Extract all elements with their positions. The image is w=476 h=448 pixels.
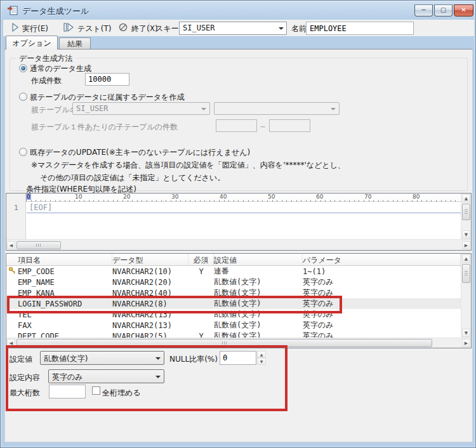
range-separator: ～ <box>259 121 267 132</box>
cell-item-name: DEPT_CODE <box>18 332 112 338</box>
cell-setting: 乱数値(文字) <box>214 331 303 338</box>
ruler-mark: 40 <box>219 194 267 202</box>
setting-value-selected: 乱数値(文字) <box>44 354 88 363</box>
pad-all-digits-checkbox[interactable] <box>92 386 100 395</box>
cell-item-name: LOGIN_PASSWORD <box>18 300 112 308</box>
chevron-down-icon <box>201 108 206 113</box>
cell-setting: 乱数値(文字) <box>214 320 303 331</box>
range-max-input <box>269 119 310 132</box>
record-count-input[interactable] <box>85 73 129 86</box>
null-ratio-input[interactable] <box>220 351 256 365</box>
cell-parameter: 英字のみ <box>303 320 461 331</box>
scroll-left-icon[interactable]: ◀ <box>7 339 15 347</box>
cell-item-name: TEL <box>18 310 112 319</box>
cell-item-name: EMP_KANA <box>18 289 112 298</box>
max-digits-input[interactable] <box>49 385 86 399</box>
table-row[interactable]: EMP_KANANVARCHAR2(40)乱数値(文字)英字のみ <box>6 287 461 298</box>
editor-vscrollbar[interactable]: ▲ ▼ <box>461 194 471 239</box>
children-per-parent-label: 親テーブル１件あたりの子テーブルの件数 <box>31 122 178 133</box>
key-icon-cell <box>6 267 18 276</box>
app-icon <box>8 5 18 16</box>
name-input[interactable] <box>306 22 414 35</box>
minimize-icon: ─ <box>421 7 425 13</box>
close-icon: ✕ <box>461 7 466 13</box>
editor-line-1[interactable]: [EOF] <box>27 202 461 213</box>
table-vscroll-thumb[interactable] <box>462 264 470 283</box>
maximize-button[interactable]: ▢ <box>434 4 453 16</box>
cell-data-type: NVARCHAR2(40) <box>112 289 188 298</box>
null-ratio-label: NULL比率(%) <box>169 354 218 365</box>
parent-table-combo-2 <box>214 102 340 115</box>
cell-data-type: NVARCHAR2(13) <box>112 321 188 330</box>
cell-setting: 乱数値(文字) <box>214 287 303 298</box>
editor-hscroll-thumb[interactable] <box>17 241 61 249</box>
scroll-right-icon[interactable]: ▶ <box>462 339 470 347</box>
record-count-label: 作成件数 <box>31 76 62 86</box>
spinner-down-icon[interactable]: ▼ <box>257 358 266 365</box>
radio-update-existing[interactable] <box>19 148 27 156</box>
scroll-down-icon[interactable]: ▼ <box>462 230 470 239</box>
table-hscrollbar[interactable]: ◀ ▶ <box>6 338 471 348</box>
scroll-up-icon[interactable]: ▲ <box>462 194 470 202</box>
ruler-mark: 20 <box>122 194 171 202</box>
editor-ruler: 01020304050607080 <box>26 194 461 202</box>
scroll-left-icon[interactable]: ◀ <box>7 241 15 249</box>
chevron-down-icon <box>279 27 284 32</box>
test-icon[interactable] <box>63 23 74 32</box>
where-editor[interactable]: 1 01020304050607080 [EOF] ▲ ▼ ◀ ▶ <box>6 193 472 251</box>
max-digits-label: 最大桁数 <box>10 388 40 399</box>
cell-item-name: FAX <box>18 321 112 330</box>
ruler-mark: 30 <box>171 194 219 202</box>
tab-options-label: オプション <box>12 39 51 48</box>
run-button[interactable]: 実行(E) <box>22 23 48 34</box>
spinner-up-icon[interactable]: ▲ <box>257 351 266 358</box>
cell-setting: 乱数値(文字) <box>214 309 303 320</box>
editor-hscrollbar[interactable]: ◀ ▶ <box>6 239 471 250</box>
table-row[interactable]: LOGIN_PASSWORDNVARCHAR2(8)乱数値(文字)英字のみ <box>6 298 461 309</box>
tab-results[interactable]: 結果 <box>59 37 91 49</box>
table-header[interactable]: 項目名 データ型 必須 設定値 パラメータ <box>6 254 461 266</box>
radio-normal-generation[interactable] <box>19 64 27 72</box>
ruler-mark: 70 <box>364 194 412 202</box>
scroll-down-icon[interactable]: ▼ <box>462 329 470 337</box>
title-bar[interactable]: データ生成ツール ─ ▢ ✕ <box>1 1 475 20</box>
cell-setting: 乱数値(文字) <box>214 277 303 287</box>
toolbar-separator <box>149 22 150 34</box>
table-row[interactable]: TELNVARCHAR2(13)乱数値(文字)英字のみ <box>6 309 461 320</box>
radio-parent-dependent[interactable] <box>19 93 27 101</box>
exit-button[interactable]: 終了(X) <box>131 23 158 34</box>
scroll-up-icon[interactable]: ▲ <box>462 254 470 263</box>
cell-data-type: NVARCHAR2(8) <box>112 300 188 308</box>
schema-combo[interactable]: SI_USER <box>179 22 287 35</box>
close-button[interactable]: ✕ <box>454 4 473 16</box>
radio-normal-label: 通常のデータ生成 <box>30 63 91 74</box>
chevron-down-icon <box>155 376 161 381</box>
table-row[interactable]: EMP_NAMENVARCHAR2(20)乱数値(文字)英字のみ <box>6 277 461 287</box>
cell-setting: 乱数値(文字) <box>214 298 303 309</box>
header-setting[interactable]: 設定値 <box>214 254 303 265</box>
header-parameter[interactable]: パラメータ <box>303 254 461 265</box>
table-row[interactable]: FAXNVARCHAR2(13)乱数値(文字)英字のみ <box>6 320 461 331</box>
header-item-name[interactable]: 項目名 <box>6 254 112 265</box>
header-required[interactable]: 必須 <box>188 254 214 265</box>
table-row[interactable]: DEPT_CODENVARCHAR2(5)Y乱数値(文字)英字のみ <box>6 331 461 338</box>
editor-vscroll-thumb[interactable] <box>462 204 470 220</box>
table-row[interactable]: EMP_CODENVARCHAR2(10)Y連番1~(1) <box>6 266 461 277</box>
line-number: 1 <box>6 204 26 212</box>
schema-value: SI_USER <box>183 23 215 32</box>
window-title: データ生成ツール <box>22 6 89 17</box>
setting-value-combo[interactable]: 乱数値(文字) <box>40 351 164 365</box>
exit-icon[interactable] <box>119 23 128 32</box>
scroll-right-icon[interactable]: ▶ <box>462 241 470 249</box>
pad-all-digits-label: 全桁埋める <box>102 388 141 399</box>
maximize-icon: ▢ <box>440 7 446 13</box>
test-button[interactable]: テスト(T) <box>77 23 112 34</box>
table-hscroll-thumb[interactable] <box>17 339 432 347</box>
minimize-button[interactable]: ─ <box>414 4 433 16</box>
run-icon[interactable] <box>11 23 20 32</box>
header-data-type[interactable]: データ型 <box>112 254 188 265</box>
tab-options[interactable]: オプション <box>6 36 58 49</box>
setting-content-combo[interactable]: 英字のみ <box>48 369 164 383</box>
table-vscrollbar[interactable]: ▲ ▼ <box>461 254 471 338</box>
columns-table: 項目名 データ型 必須 設定値 パラメータ EMP_CODENVARCHAR2(… <box>6 253 472 348</box>
